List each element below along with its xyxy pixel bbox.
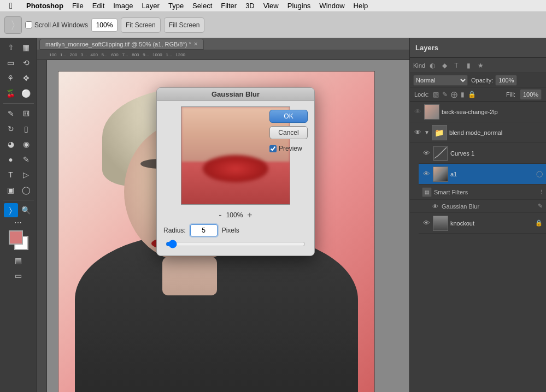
fill-screen-button[interactable]: Fill Screen	[164, 17, 205, 33]
radius-input[interactable]	[190, 224, 218, 236]
layer-item-beck[interactable]: 👁 beck-sea-change-2lp	[410, 102, 546, 122]
more-tools[interactable]: ⋯	[14, 218, 22, 227]
hand-tool-button[interactable]: 〉	[4, 16, 22, 34]
menu-edit[interactable]: Edit	[88, 0, 109, 11]
layer-visibility-a1[interactable]: 👁	[422, 170, 431, 179]
zoom-input[interactable]	[91, 19, 118, 32]
layer-lock-icon-a1: ◯	[536, 170, 543, 177]
lock-position-icon[interactable]: ⨁	[451, 91, 457, 98]
lock-artboard-icon[interactable]: ▮	[461, 91, 465, 98]
gradient-tool[interactable]: ◕	[4, 137, 18, 151]
menu-select[interactable]: Select	[188, 0, 216, 11]
apple-logo[interactable]: 	[0, 1, 22, 11]
layer-item-blend-group[interactable]: 👁 ▼ 📁 blend mode_normal	[410, 122, 546, 143]
lasso-tool[interactable]: ⟲	[19, 56, 33, 70]
color-swatch-row[interactable]	[9, 230, 28, 250]
opacity-row: Opacity:	[471, 75, 517, 86]
layer-visibility-blend[interactable]: 👁	[413, 128, 422, 137]
layer-item-a1[interactable]: 👁 a1 ◯	[419, 164, 546, 185]
fit-screen-button[interactable]: Fit Screen	[121, 17, 161, 33]
crop-tool[interactable]: ✥	[19, 71, 33, 85]
layer-filter-adjust[interactable]: ◆	[439, 61, 449, 70]
blend-mode-select[interactable]: Normal Multiply Screen Overlay	[413, 75, 468, 86]
smart-filters-row: ▤ Smart Filters ⁝	[410, 185, 546, 200]
ellipse-tool[interactable]: ◯	[19, 183, 33, 197]
brush-tool[interactable]: ✎	[4, 106, 18, 121]
dodge-tool[interactable]: ●	[4, 152, 18, 167]
canvas-area[interactable]: marilyn_monroe_softClipping.tif @ 50% (a…	[37, 38, 409, 392]
rectangle-tool[interactable]: ▣	[4, 183, 18, 197]
menu-type[interactable]: Type	[164, 0, 188, 11]
filter-item-gaussian-blur[interactable]: 👁 Gaussian Blur ✎	[410, 200, 546, 213]
menu-view[interactable]: View	[259, 0, 283, 11]
canvas-content[interactable]: Gaussian Blur - 100% +	[47, 60, 409, 392]
eraser-tool[interactable]: ▯	[19, 122, 33, 136]
ok-button[interactable]: OK	[269, 110, 308, 123]
scroll-all-windows-label: Scroll All Windows	[25, 21, 88, 29]
menu-file[interactable]: File	[68, 0, 88, 11]
blend-mode-row: Normal Multiply Screen Overlay Opacity:	[410, 73, 546, 87]
gaussian-blur-dialog: Gaussian Blur - 100% +	[156, 87, 315, 256]
menu-help[interactable]: Help	[349, 0, 373, 11]
hand-tool-sidebar[interactable]: 〉	[4, 203, 18, 217]
lock-paint-icon[interactable]: ✎	[442, 91, 448, 98]
lock-transparent-icon[interactable]: ▧	[433, 91, 439, 98]
clone-stamp-tool[interactable]: ⚅	[19, 106, 33, 121]
filter-edit-icon[interactable]: ✎	[538, 203, 543, 210]
filter-name-gaussian: Gaussian Blur	[442, 203, 479, 210]
menu-3d[interactable]: 3D	[241, 0, 259, 11]
path-selection-tool[interactable]: ▷	[19, 168, 33, 182]
layers-title: Layers	[415, 44, 438, 52]
layer-filter-smart[interactable]: ★	[475, 61, 485, 70]
tab-close-icon[interactable]: ✕	[193, 41, 198, 47]
file-tab[interactable]: marilyn_monroe_softClipping.tif @ 50% (a…	[39, 39, 204, 50]
scroll-all-windows-checkbox[interactable]	[25, 21, 32, 28]
layer-thumb-knockout	[433, 216, 448, 231]
layer-visibility-curves[interactable]: 👁	[422, 149, 431, 158]
menu-filter[interactable]: Filter	[216, 0, 241, 11]
menu-plugins[interactable]: Plugins	[283, 0, 315, 11]
preview-checkbox[interactable]	[269, 145, 277, 152]
zoom-out-button[interactable]: -	[219, 210, 221, 220]
layer-visibility-gaussian[interactable]: 👁	[431, 202, 439, 211]
eyedropper-tool[interactable]: 🍒	[4, 86, 18, 100]
layer-filter-pixel[interactable]: ◐	[427, 61, 437, 70]
layer-filter-type[interactable]: T	[451, 61, 461, 70]
layer-expand-arrow[interactable]: ▼	[424, 129, 430, 135]
lock-label: Lock:	[414, 91, 428, 98]
menu-image[interactable]: Image	[109, 0, 137, 11]
healing-brush-tool[interactable]: ⚪	[19, 86, 33, 100]
radius-label: Radius:	[163, 227, 186, 234]
menu-photoshop[interactable]: Photoshop	[22, 0, 68, 11]
history-brush-tool[interactable]: ↻	[4, 122, 18, 136]
dialog-buttons: OK Cancel Preview	[269, 110, 308, 152]
type-tool[interactable]: T	[4, 168, 18, 182]
cancel-button[interactable]: Cancel	[269, 126, 308, 139]
smart-filters-label: Smart Filters	[434, 189, 468, 195]
rectangular-marquee-tool[interactable]: ▭	[4, 56, 18, 70]
blur-tool[interactable]: ◉	[19, 137, 33, 151]
layer-visibility-knockout[interactable]: 👁	[422, 219, 431, 228]
quick-mask-tool[interactable]: ▤	[11, 253, 26, 268]
zoom-tool[interactable]: 🔍	[19, 203, 33, 217]
artboard-tool[interactable]: ▦	[19, 40, 33, 55]
screen-mode-tool[interactable]: ▭	[11, 269, 26, 283]
layer-visibility-beck[interactable]: 👁	[413, 108, 422, 116]
zoom-in-button[interactable]: +	[247, 210, 252, 220]
layer-filter-shape[interactable]: ▮	[463, 61, 473, 70]
pen-tool[interactable]: ✎	[19, 152, 33, 167]
color-swatches	[9, 230, 28, 250]
magic-wand-tool[interactable]: ⚘	[4, 71, 18, 85]
fill-input[interactable]	[520, 89, 542, 100]
menu-window[interactable]: Window	[315, 0, 349, 11]
menu-layer[interactable]: Layer	[137, 0, 164, 11]
smart-filters-options[interactable]: ⁝	[541, 188, 543, 195]
radius-slider[interactable]	[166, 240, 306, 248]
layer-item-curves[interactable]: 👁 Curves 1	[419, 143, 546, 164]
layer-item-knockout[interactable]: 👁 knockout 🔒	[419, 213, 546, 234]
opacity-input[interactable]	[495, 75, 517, 86]
foreground-color-swatch[interactable]	[9, 230, 23, 245]
lock-all-icon[interactable]: 🔒	[468, 91, 476, 98]
move-tool[interactable]: ⇧	[4, 40, 18, 55]
tab-title: marilyn_monroe_softClipping.tif @ 50% (a…	[45, 41, 191, 47]
